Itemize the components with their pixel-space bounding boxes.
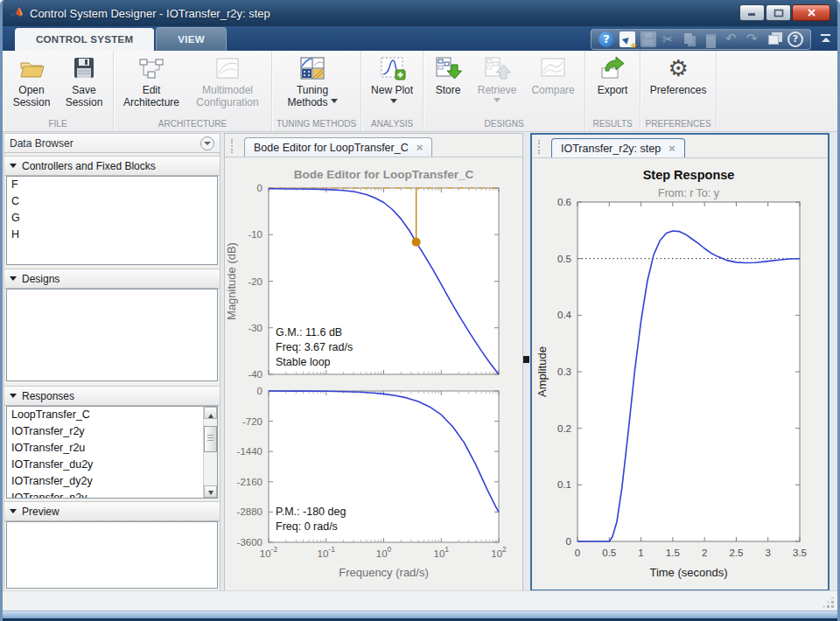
- compare-label: Compare: [531, 84, 574, 96]
- multimodel-configuration-button[interactable]: Multimodel Configuration: [186, 53, 269, 108]
- splitter-handle[interactable]: [523, 356, 529, 363]
- copy-icon[interactable]: [682, 31, 698, 47]
- svg-text:Bode Editor for LoopTransfer_C: Bode Editor for LoopTransfer_C: [294, 168, 474, 181]
- retrieve-label: Retrieve: [478, 84, 517, 96]
- step-response-plot[interactable]: 00.10.20.30.40.50.600.511.522.533.5Step …: [532, 158, 828, 589]
- svg-text:3.5: 3.5: [793, 548, 807, 558]
- maximize-button[interactable]: [766, 4, 791, 21]
- compare-icon: [538, 55, 568, 81]
- close-icon: [807, 8, 816, 17]
- list-item[interactable]: G: [7, 210, 217, 227]
- section-responses[interactable]: Responses: [4, 386, 220, 406]
- redo-icon[interactable]: [746, 31, 761, 47]
- export-button[interactable]: Export: [588, 53, 637, 96]
- svg-text:0.5: 0.5: [557, 254, 571, 264]
- store-button[interactable]: Store: [426, 53, 470, 96]
- tab-close-icon[interactable]: ×: [668, 143, 676, 154]
- tab-bode-editor[interactable]: Bode Editor for LoopTransfer_C ×: [244, 137, 432, 157]
- responses-scrollbar[interactable]: [203, 407, 217, 498]
- window-layout-icon[interactable]: [766, 31, 782, 47]
- drag-grip-icon[interactable]: [231, 139, 236, 153]
- help-outline-icon[interactable]: [788, 31, 803, 47]
- scrollbar-thumb[interactable]: [204, 426, 217, 452]
- paste-icon[interactable]: [704, 31, 719, 47]
- list-item[interactable]: F: [7, 177, 217, 193]
- list-item[interactable]: IOTransfer_dy2y: [7, 473, 204, 490]
- dropdown-arrow-icon: [390, 99, 397, 107]
- undo-icon[interactable]: [724, 31, 740, 47]
- ribbon-group-tuning-methods: Tuning Methods TUNING METHODS: [272, 51, 361, 131]
- preferences-button[interactable]: ⚙ Preferences: [643, 53, 713, 96]
- list-item[interactable]: C: [7, 193, 217, 210]
- save-session-button[interactable]: Save Session: [58, 53, 110, 108]
- multimodel-configuration-icon: [213, 55, 242, 81]
- panel-menu-icon[interactable]: [200, 136, 214, 150]
- tab-view-label: VIEW: [178, 34, 205, 45]
- edit-architecture-button[interactable]: Edit Architecture: [116, 53, 186, 108]
- tuning-methods-button[interactable]: Tuning Methods: [275, 53, 350, 108]
- svg-text:-20: -20: [248, 276, 262, 287]
- store-icon: [433, 55, 463, 81]
- svg-text:0.2: 0.2: [557, 423, 571, 434]
- tab-control-system-label: CONTROL SYSTEM: [36, 34, 133, 45]
- new-plot-text: New Plot: [371, 84, 413, 96]
- list-item[interactable]: IOTransfer_n2y: [7, 490, 204, 499]
- compare-button[interactable]: Compare: [524, 53, 582, 96]
- dropdown-arrow-icon: [494, 98, 500, 106]
- tab-control-system[interactable]: CONTROL SYSTEM: [15, 28, 154, 51]
- save-icon[interactable]: [640, 31, 656, 47]
- list-item[interactable]: IOTransfer_r2u: [7, 440, 204, 457]
- minimize-button[interactable]: [739, 4, 765, 21]
- chevron-down-icon: [10, 509, 17, 517]
- minimize-icon: [747, 9, 757, 17]
- list-item[interactable]: LoopTransfer_C: [7, 407, 204, 423]
- new-window-icon[interactable]: [620, 31, 635, 47]
- controllers-list[interactable]: FCGH: [6, 176, 218, 265]
- retrieve-button[interactable]: Retrieve: [470, 53, 524, 106]
- drag-grip-icon[interactable]: [538, 140, 543, 154]
- retrieve-icon: [482, 55, 512, 81]
- svg-text:-30: -30: [248, 323, 262, 333]
- data-browser-title: Data Browser: [10, 137, 74, 150]
- scroll-up-icon[interactable]: [204, 407, 217, 419]
- tab-close-icon[interactable]: ×: [416, 143, 424, 153]
- tab-view[interactable]: VIEW: [156, 27, 227, 51]
- list-item[interactable]: H: [7, 227, 217, 243]
- list-item[interactable]: IOTransfer_du2y: [7, 457, 204, 473]
- svg-text:-2880: -2880: [237, 506, 262, 517]
- open-session-button[interactable]: Open Session: [5, 53, 58, 108]
- section-designs[interactable]: Designs: [4, 269, 220, 289]
- section-preview[interactable]: Preview: [4, 501, 220, 521]
- ribbon-group-file: Open Session Save Session FILE: [3, 51, 114, 131]
- designs-list[interactable]: [6, 289, 218, 381]
- svg-text:Freq: 0 rad/s: Freq: 0 rad/s: [276, 520, 338, 533]
- svg-text:0: 0: [575, 548, 580, 558]
- edit-architecture-icon: [136, 55, 166, 81]
- tab-step-response[interactable]: IOTransfer_r2y: step ×: [551, 138, 685, 157]
- bode-editor-plot[interactable]: 0-10-20-30-40G.M.: 11.6 dBFreq: 3.67 rad…: [225, 157, 522, 591]
- data-browser-panel: Data Browser Controllers and Fixed Block…: [4, 133, 220, 591]
- close-button[interactable]: [792, 4, 830, 21]
- collapse-ribbon-icon[interactable]: [820, 34, 831, 43]
- store-label: Store: [436, 84, 461, 96]
- resize-grip[interactable]: [823, 597, 834, 608]
- tuning-methods-icon: [298, 55, 327, 81]
- svg-text:100: 100: [376, 545, 392, 559]
- help-circle-icon[interactable]: [598, 31, 614, 47]
- cut-icon[interactable]: [662, 31, 677, 47]
- section-controllers[interactable]: Controllers and Fixed Blocks: [4, 156, 220, 176]
- svg-text:2: 2: [702, 548, 707, 558]
- svg-text:P.M.: -180 deg: P.M.: -180 deg: [276, 506, 346, 518]
- list-item[interactable]: IOTransfer_r2y: [7, 423, 204, 440]
- responses-list[interactable]: LoopTransfer_CIOTransfer_r2yIOTransfer_r…: [6, 406, 218, 499]
- tuning-methods-label: Tuning Methods: [279, 84, 346, 108]
- tab-bode-editor-label: Bode Editor for LoopTransfer_C: [254, 142, 409, 154]
- section-responses-label: Responses: [22, 390, 74, 402]
- group-label-designs: DESIGNS: [426, 117, 582, 131]
- ribbon: Open Session Save Session FILE: [3, 51, 837, 132]
- new-plot-button[interactable]: New Plot: [364, 53, 420, 108]
- scroll-down-icon[interactable]: [204, 485, 217, 498]
- preferences-label: Preferences: [650, 84, 707, 96]
- chevron-down-icon: [10, 276, 17, 284]
- preview-box: [6, 521, 218, 589]
